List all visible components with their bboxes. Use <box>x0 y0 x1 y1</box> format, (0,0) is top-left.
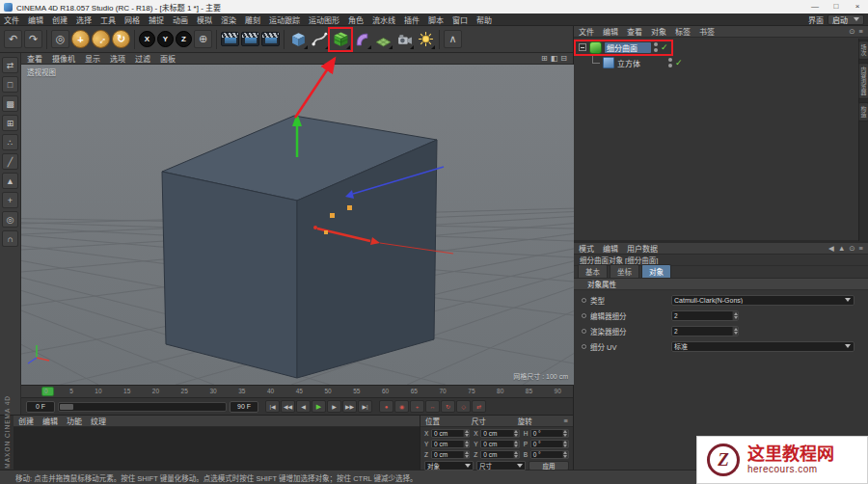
stepper[interactable] <box>513 441 519 447</box>
subdivision-surface-icon[interactable] <box>331 30 350 49</box>
dock-tab[interactable]: 场次 <box>858 40 868 60</box>
dock-tab[interactable]: 内容浏览器 <box>858 63 868 99</box>
menu-item[interactable]: 捕捉 <box>149 14 164 25</box>
menu-item[interactable]: 插件 <box>404 14 420 25</box>
menu-item[interactable]: 编辑 <box>28 14 43 25</box>
menu-item[interactable]: 网格 <box>124 14 140 25</box>
texture-mode-icon[interactable]: ▩ <box>2 95 18 112</box>
panel-menu-icon[interactable]: ≡ <box>859 27 863 36</box>
menu-item[interactable]: 帮助 <box>476 14 492 25</box>
position-x-field[interactable]: 0 cm <box>431 429 470 438</box>
om-menu-item[interactable]: 文件 <box>579 26 594 37</box>
end-frame-field[interactable]: 90 F <box>230 401 258 413</box>
subdivide-uv-dropdown[interactable]: 标准 <box>671 341 854 352</box>
object-properties-header[interactable]: 对象属性 <box>574 279 868 290</box>
snap-icon[interactable]: ∩ <box>2 230 18 247</box>
position-z-field[interactable]: 0 cm <box>431 450 470 459</box>
goto-end-button[interactable]: ▶| <box>358 400 372 413</box>
stepper[interactable] <box>513 451 519 458</box>
history-up-icon[interactable]: ▲ <box>838 244 845 253</box>
previous-frame-button[interactable]: ◀ <box>296 400 311 413</box>
floor-icon[interactable] <box>373 30 393 49</box>
menu-item[interactable]: 脚本 <box>428 14 444 25</box>
bend-deformer-icon[interactable] <box>352 30 371 49</box>
apply-button[interactable]: 应用 <box>529 461 569 471</box>
light-icon[interactable] <box>416 30 435 49</box>
interface-dropdown[interactable]: 启动 <box>827 14 864 25</box>
model-mode-icon[interactable]: □ <box>2 76 18 93</box>
power-slider[interactable] <box>58 402 227 412</box>
rotation-h-field[interactable]: 0 ° <box>530 429 569 438</box>
live-selection-icon[interactable]: ◎ <box>51 30 69 48</box>
previous-key-button[interactable]: ◀◀ <box>281 400 295 413</box>
spline-pen-icon[interactable] <box>310 30 329 49</box>
viewport[interactable]: 透视视图 网格尺寸 : 100 cm <box>21 65 574 385</box>
cube-object-icon[interactable] <box>603 57 614 68</box>
menu-item[interactable]: 窗口 <box>452 14 468 25</box>
menu-item[interactable]: 渲染 <box>221 14 236 25</box>
lock-z-axis-icon[interactable]: Z <box>176 31 192 47</box>
animation-dot[interactable] <box>582 298 586 303</box>
key-parameter-button[interactable]: ◇ <box>456 400 471 413</box>
cube-primitive-icon[interactable] <box>288 30 308 49</box>
object-row-cube[interactable]: 立方体 ✓ <box>576 55 858 70</box>
tab-basic[interactable]: 基本 <box>578 264 608 278</box>
play-button[interactable]: ▶ <box>312 400 326 413</box>
key-scale-button[interactable]: ↔ <box>425 400 440 413</box>
viewport-canvas[interactable] <box>21 65 574 385</box>
menu-item[interactable]: 动画 <box>173 14 188 25</box>
render-settings-icon[interactable] <box>261 32 280 46</box>
am-menu-item[interactable]: 编辑 <box>603 243 618 254</box>
om-menu-item[interactable]: 查看 <box>627 26 642 37</box>
type-dropdown[interactable]: Catmull-Clark(N-Gons) <box>671 295 854 306</box>
scale-tool-icon[interactable]: ↔ <box>88 26 114 52</box>
toolbar-expand-icon[interactable]: ∧ <box>444 30 462 48</box>
enabled-check-icon[interactable]: ✓ <box>675 58 683 67</box>
animation-dot[interactable] <box>582 344 586 349</box>
stepper[interactable] <box>562 430 568 437</box>
om-menu-item[interactable]: 对象 <box>651 26 666 37</box>
stepper[interactable] <box>463 441 469 447</box>
viewport-solo-icon[interactable]: ◎ <box>2 211 18 228</box>
size-y-field[interactable]: 0 cm <box>480 440 519 448</box>
am-menu-item[interactable]: 用户数据 <box>627 243 658 254</box>
size-x-field[interactable]: 0 cm <box>480 429 519 438</box>
lock-icon[interactable]: ⊙ <box>849 244 854 253</box>
stepper[interactable] <box>732 311 738 320</box>
stepper[interactable] <box>463 430 469 437</box>
render-picture-viewer-icon[interactable] <box>241 32 259 46</box>
record-button[interactable]: ● <box>379 400 393 413</box>
coordinate-system-icon[interactable]: ⊕ <box>194 30 212 48</box>
viewport-menu-item[interactable]: 显示 <box>85 53 100 64</box>
enabled-check-icon[interactable]: ✓ <box>661 42 668 52</box>
viewport-menu-item[interactable]: 过滤 <box>135 53 150 64</box>
viewport-menu-item[interactable]: 选项 <box>110 53 125 64</box>
material-menu-item[interactable]: 功能 <box>67 416 82 426</box>
camera-icon[interactable] <box>394 30 414 49</box>
menu-item[interactable]: 模拟 <box>197 14 212 25</box>
material-menu-item[interactable]: 编辑 <box>42 416 58 426</box>
stepper[interactable] <box>463 451 469 458</box>
animation-dot[interactable] <box>582 313 586 318</box>
quad-view-icon[interactable]: ⊟ <box>560 54 567 64</box>
minimize-button[interactable]: — <box>804 0 826 13</box>
workplane-mode-icon[interactable]: ⊞ <box>2 115 18 131</box>
menu-item[interactable]: 雕刻 <box>245 14 260 25</box>
stepper[interactable] <box>562 451 568 458</box>
render-subdivision-field[interactable]: 2 <box>671 326 739 336</box>
subdivision-object-icon[interactable] <box>589 41 602 54</box>
next-key-button[interactable]: ▶▶ <box>342 400 357 413</box>
render-visibility-dot[interactable] <box>654 48 658 52</box>
playback-mode-button[interactable]: ⇄ <box>472 400 486 413</box>
dock-tab[interactable]: 构造 <box>858 102 868 121</box>
close-button[interactable]: × <box>847 0 868 13</box>
viewport-menu-item[interactable]: 面板 <box>160 53 176 64</box>
rotation-p-field[interactable]: 0 ° <box>530 440 569 448</box>
redo-icon[interactable]: ↷ <box>24 30 42 48</box>
render-view-icon[interactable] <box>221 32 239 46</box>
lock-y-axis-icon[interactable]: Y <box>157 31 174 47</box>
stepper[interactable] <box>562 441 568 447</box>
rotation-b-field[interactable]: 0 ° <box>530 450 569 459</box>
menu-item[interactable]: 运动跟踪 <box>269 14 300 25</box>
size-mode-dropdown[interactable]: 尺寸 <box>476 461 526 471</box>
